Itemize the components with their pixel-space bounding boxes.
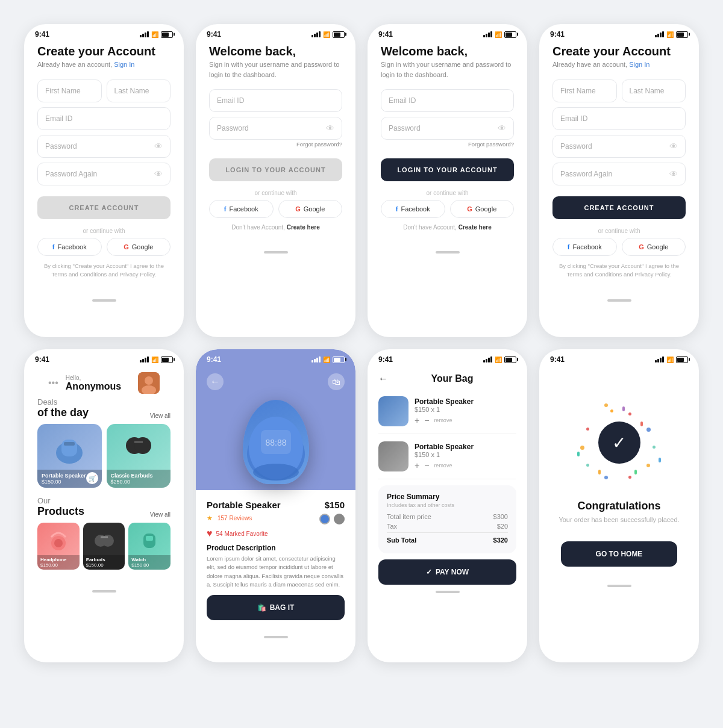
welcome-title-1: Welcome back, — [209, 45, 342, 58]
home-indicator-8 — [607, 585, 631, 587]
qty-minus-2[interactable]: − — [424, 461, 429, 470]
svg-rect-5 — [64, 442, 75, 446]
google-icon-1: G — [124, 243, 129, 250]
back-button[interactable]: ← — [207, 373, 224, 390]
view-all-products[interactable]: View all — [150, 511, 171, 518]
facebook-btn-1[interactable]: fFacebook — [37, 238, 102, 256]
total-item-label: Total item price — [387, 513, 431, 520]
greeting-text: Hello, Anonymous — [66, 375, 121, 392]
reviews-count: 157 Reviews — [218, 515, 252, 521]
create-title-2: Create your Account — [552, 45, 686, 58]
google-btn-1[interactable]: GGoogle — [107, 238, 171, 256]
product-hero-image: 88:88 — [196, 394, 355, 490]
remove-btn-2[interactable]: remove — [434, 462, 452, 468]
cart-back-button[interactable]: ← — [378, 373, 388, 384]
confetti-dot-5 — [646, 464, 650, 467]
email-field-1[interactable]: Email ID — [37, 107, 171, 130]
status-icons-1: 📶 — [140, 31, 173, 38]
star-icon: ★ — [207, 514, 213, 522]
confetti-dot-9 — [580, 446, 584, 450]
email-field-3[interactable]: Email ID — [381, 89, 514, 112]
status-bar-4: 9:41 📶 — [539, 24, 699, 42]
price-summary-title: Price Summary — [387, 493, 508, 501]
last-name-field-1[interactable]: Last Name — [107, 79, 171, 102]
time-2: 9:41 — [207, 30, 221, 39]
dont-have-1: Don't have Account, Create here — [209, 224, 342, 231]
deal-price-2: $250.00 — [111, 479, 167, 485]
mini-card-2[interactable]: Earbuds $150.00 — [83, 523, 125, 570]
dont-have-2: Don't have Account, Create here — [381, 224, 514, 231]
email-field-4[interactable]: Email ID — [552, 107, 686, 130]
confetti-dot-16 — [598, 470, 601, 474]
create-subtitle-1: Already have an account, Sign In — [37, 60, 171, 70]
password-field-1[interactable]: Password👁 — [37, 135, 171, 158]
signal-icon-3 — [483, 31, 492, 37]
bag-it-button[interactable]: 🛍️ BAG IT — [207, 595, 345, 620]
qty-plus-1[interactable]: + — [415, 415, 419, 425]
detail-title-row: Portable Speaker $150 — [207, 500, 345, 510]
congrats-content: ✓ Congratulations Your order has been su… — [539, 367, 699, 579]
cart-item-name-2: Portable Speaker — [415, 443, 516, 451]
facebook-btn-3[interactable]: fFacebook — [381, 200, 445, 218]
cart-item-2: Portable Speaker $150 x 1 + − remove — [378, 434, 516, 479]
google-icon-4: G — [639, 243, 644, 250]
time-3: 9:41 — [378, 30, 393, 39]
qty-plus-2[interactable]: + — [415, 461, 419, 470]
password-again-field-1[interactable]: Password Again👁 — [37, 163, 171, 185]
facebook-btn-2[interactable]: fFacebook — [209, 200, 274, 218]
color-options — [319, 514, 345, 524]
view-all-deals[interactable]: View all — [150, 412, 171, 419]
status-bar-1: 9:41 📶 — [24, 24, 184, 42]
google-btn-4[interactable]: GGoogle — [622, 238, 686, 256]
signal-icon-6 — [311, 356, 321, 362]
password-field-3[interactable]: Password👁 — [381, 117, 514, 140]
welcome-title-2: Welcome back, — [381, 45, 514, 58]
password-field-2[interactable]: Password👁 — [209, 117, 342, 140]
or-divider-2: or continue with — [209, 190, 342, 196]
welcome-subtitle-2: Sign in with your username and password … — [381, 60, 514, 79]
mini-price-2: $150.00 — [86, 562, 122, 568]
mini-name-3: Watch — [131, 557, 167, 562]
go-home-button[interactable]: GO TO HOME — [561, 541, 677, 567]
status-bar-6: 9:41 📶 — [196, 349, 355, 367]
cart-badge-1[interactable]: 🛒 — [86, 472, 98, 484]
remove-btn-1[interactable]: remove — [434, 417, 452, 423]
wifi-icon-6: 📶 — [323, 356, 330, 363]
tax-row: Tax $20 — [387, 523, 508, 530]
mini-card-3[interactable]: Watch $150.00 — [128, 523, 171, 570]
password-field-4[interactable]: Password👁 — [552, 135, 686, 158]
pay-now-button[interactable]: ✓ PAY NOW — [378, 559, 516, 585]
color-gray-option[interactable] — [334, 514, 345, 524]
cart-item-actions-1: + − remove — [415, 415, 516, 425]
login-btn-2[interactable]: LOGIN TO YOUR ACCOUNT — [381, 158, 514, 181]
google-btn-3[interactable]: GGoogle — [450, 200, 515, 218]
forgot-2[interactable]: Forgot password? — [381, 141, 514, 148]
speaker-3d: 88:88 — [243, 400, 309, 484]
menu-dots-icon[interactable]: ••• — [48, 378, 58, 388]
password-again-field-2[interactable]: Password Again👁 — [552, 163, 686, 185]
create-account-btn-1[interactable]: CREATE ACCOUNT — [37, 196, 171, 219]
cart-item-info-2: Portable Speaker $150 x 1 + − remove — [415, 443, 516, 470]
bag-icon-button[interactable]: 🛍 — [328, 373, 345, 390]
deal-card-2[interactable]: Classic Earbuds $250.00 — [107, 424, 171, 488]
avatar[interactable] — [138, 372, 160, 394]
color-blue-option[interactable] — [319, 514, 330, 524]
mini-card-1[interactable]: Headphone $150.00 — [37, 523, 80, 570]
first-name-field-2[interactable]: First Name — [552, 79, 617, 102]
login-btn-1[interactable]: LOGIN TO YOUR ACCOUNT — [209, 158, 342, 181]
google-btn-2[interactable]: GGoogle — [278, 200, 343, 218]
terms-1: By clicking "Create your Account" I agre… — [37, 262, 171, 279]
qty-minus-1[interactable]: − — [424, 415, 429, 425]
last-name-field-2[interactable]: Last Name — [622, 79, 686, 102]
email-field-2[interactable]: Email ID — [209, 89, 342, 112]
social-btns-4: fFacebook GGoogle — [552, 238, 686, 256]
create-account-btn-2[interactable]: CREATE ACCOUNT — [552, 196, 686, 219]
create-subtitle-2: Already have an account, Sign In — [552, 60, 686, 70]
signal-icon-5 — [140, 356, 149, 362]
first-name-field-1[interactable]: First Name — [37, 79, 102, 102]
deal-card-1[interactable]: Portable Speaker $150.00 🛒 — [37, 424, 102, 488]
price-includes: Includes tax and other costs — [387, 502, 508, 508]
eye-icon-5: 👁 — [669, 142, 678, 151]
facebook-btn-4[interactable]: fFacebook — [552, 238, 617, 256]
forgot-1[interactable]: Forgot password? — [209, 141, 342, 148]
